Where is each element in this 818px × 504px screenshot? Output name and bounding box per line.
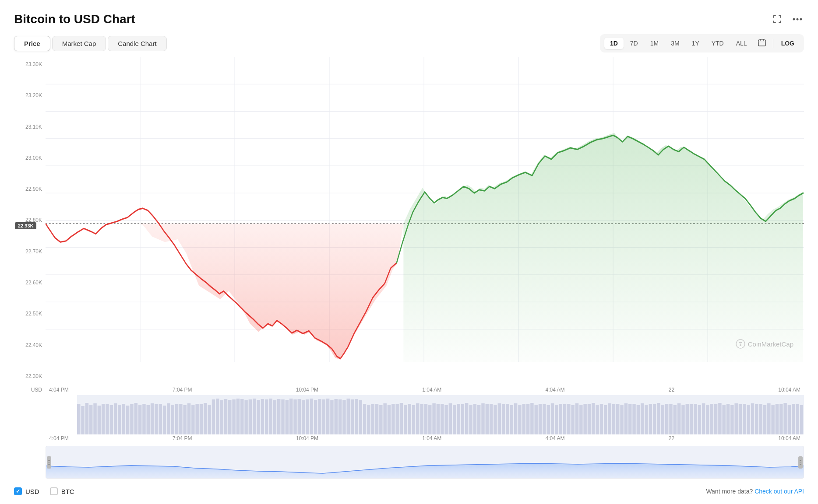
period-1y[interactable]: 1Y: [686, 38, 705, 49]
svg-rect-130: [461, 404, 464, 434]
svg-rect-167: [612, 404, 615, 434]
svg-rect-180: [665, 404, 668, 434]
svg-rect-39: [89, 405, 92, 434]
svg-rect-89: [293, 399, 296, 434]
x-label-3: 10:04 PM: [296, 387, 318, 393]
svg-rect-205: [767, 403, 770, 434]
x-label-6: 22: [669, 387, 674, 393]
svg-rect-213: [800, 405, 803, 434]
svg-rect-99: [335, 399, 338, 434]
x-label-1: 4:04 PM: [49, 387, 69, 393]
y-label-1: 23.20K: [14, 92, 46, 98]
svg-rect-123: [432, 403, 435, 434]
svg-rect-150: [543, 404, 546, 434]
svg-rect-153: [555, 405, 558, 434]
svg-rect-3: [780, 15, 781, 18]
svg-rect-162: [592, 403, 595, 434]
svg-rect-170: [624, 403, 628, 434]
svg-rect-141: [506, 404, 509, 434]
svg-rect-171: [628, 404, 631, 434]
svg-rect-90: [298, 399, 301, 434]
svg-rect-95: [318, 399, 321, 434]
svg-rect-147: [530, 403, 533, 434]
svg-rect-113: [391, 404, 395, 434]
svg-rect-186: [690, 404, 693, 434]
mini-x-label-0: 4:04 PM: [49, 435, 69, 441]
svg-point-8: [793, 18, 795, 21]
svg-rect-142: [510, 405, 513, 434]
period-ytd[interactable]: YTD: [706, 38, 730, 49]
svg-rect-91: [302, 400, 305, 434]
tab-market-cap[interactable]: Market Cap: [52, 36, 106, 51]
period-1d[interactable]: 1D: [604, 38, 624, 49]
svg-rect-72: [224, 399, 227, 434]
svg-rect-105: [359, 400, 362, 434]
svg-rect-5: [773, 22, 776, 23]
svg-rect-155: [563, 404, 566, 434]
svg-rect-60: [175, 404, 178, 434]
mini-chart-svg: [46, 446, 804, 479]
price-tag: 22.93K: [15, 222, 36, 229]
y-label-7: 22.60K: [14, 280, 46, 286]
usd-axis-label: USD: [14, 387, 46, 393]
svg-rect-36: [77, 404, 80, 434]
svg-rect-42: [102, 404, 105, 434]
svg-rect-206: [771, 405, 774, 434]
mini-handle-right[interactable]: [798, 456, 803, 469]
svg-rect-191: [710, 404, 713, 434]
svg-rect-127: [449, 403, 452, 434]
tab-candle-chart[interactable]: Candle Chart: [108, 36, 166, 51]
main-chart-svg: [46, 57, 804, 384]
svg-rect-75: [236, 399, 240, 434]
svg-rect-59: [171, 405, 174, 434]
svg-rect-7: [779, 22, 781, 23]
svg-rect-104: [355, 399, 358, 434]
y-axis: 23.30K 23.20K 23.10K 23.00K 22.90K 22.80…: [14, 57, 46, 384]
calendar-icon[interactable]: [754, 36, 770, 50]
svg-rect-82: [265, 399, 268, 434]
svg-rect-11: [758, 40, 765, 46]
svg-rect-146: [526, 404, 529, 434]
log-button[interactable]: LOG: [776, 38, 800, 49]
svg-rect-69: [212, 399, 215, 434]
period-1m[interactable]: 1M: [645, 38, 664, 49]
api-link[interactable]: Check out our API: [755, 488, 804, 495]
legend-item-usd: ✓ USD: [14, 487, 39, 495]
svg-rect-158: [575, 403, 578, 434]
svg-rect-40: [93, 403, 96, 434]
svg-rect-98: [330, 400, 333, 434]
mini-x-label-4: 4:04 AM: [546, 435, 565, 441]
svg-rect-161: [588, 404, 591, 434]
tab-price[interactable]: Price: [14, 36, 50, 51]
svg-rect-48: [126, 406, 129, 434]
svg-rect-109: [375, 404, 378, 434]
expand-icon[interactable]: [771, 13, 784, 26]
chart-plot[interactable]: CoinMarketCap: [46, 57, 804, 384]
svg-rect-85: [277, 399, 280, 434]
period-3m[interactable]: 3M: [665, 38, 685, 49]
svg-rect-183: [677, 403, 680, 434]
svg-rect-184: [681, 405, 684, 434]
period-7d[interactable]: 7D: [624, 38, 644, 49]
svg-rect-14: [758, 42, 765, 42]
more-options-icon[interactable]: [791, 16, 804, 22]
svg-point-9: [797, 18, 799, 21]
usd-checkbox[interactable]: ✓: [14, 487, 22, 495]
x-label-2: 7:04 PM: [173, 387, 192, 393]
bottom-bar: ✓ USD BTC Want more data? Check out our …: [14, 481, 804, 495]
svg-rect-165: [604, 405, 607, 434]
svg-rect-49: [130, 404, 133, 434]
btc-checkbox[interactable]: [50, 487, 58, 495]
main-chart-container: 22.93K 23.30K 23.20K 23.10K 23.00K 22.90…: [14, 57, 804, 384]
mini-handle-left[interactable]: [47, 456, 51, 469]
svg-rect-118: [412, 405, 415, 434]
svg-rect-116: [404, 405, 407, 434]
svg-rect-83: [269, 399, 272, 434]
svg-rect-114: [395, 404, 398, 434]
svg-rect-88: [289, 399, 293, 434]
svg-rect-143: [514, 403, 517, 434]
period-all[interactable]: ALL: [730, 38, 753, 49]
svg-rect-108: [371, 404, 374, 434]
svg-rect-179: [661, 405, 664, 434]
mini-chart-container[interactable]: [46, 446, 804, 479]
